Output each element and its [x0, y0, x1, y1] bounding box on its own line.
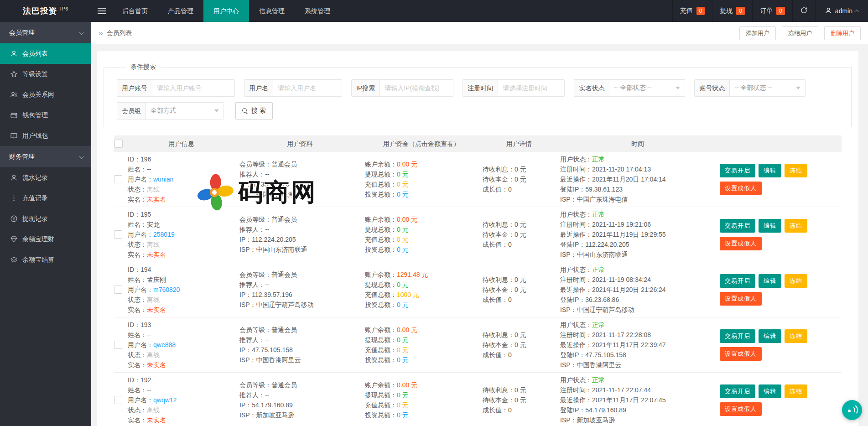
balance-amount[interactable]: 1291.48 元: [397, 271, 428, 278]
sidebar-group-member-management: 会员管理 会员列表 等级设置 会员关系网 钱包管理 用户钱包: [0, 22, 91, 146]
breadcrumb-chevrons-icon: »: [99, 29, 103, 38]
username-link[interactable]: qwe888: [153, 341, 176, 348]
set-fake-button[interactable]: 设置成假人: [720, 402, 762, 416]
sidebar-item-flow-records[interactable]: 流水记录: [0, 167, 91, 188]
user-menu[interactable]: admin: [815, 0, 868, 22]
username-link[interactable]: qwqw12: [153, 396, 177, 404]
invest-total-amount[interactable]: 0 元: [397, 191, 409, 198]
sidebar-item-yuebao-settle[interactable]: 余额宝结算: [0, 249, 91, 270]
row-checkbox[interactable]: [114, 341, 122, 349]
set-fake-button[interactable]: 设置成假人: [720, 237, 762, 250]
hamburger-icon[interactable]: [91, 0, 112, 22]
sidebar-item-user-wallet[interactable]: 用户钱包: [0, 125, 91, 146]
caret-down-icon: [676, 87, 680, 89]
recharge-total-amount[interactable]: 0 元: [397, 236, 409, 243]
pending-principal: 0 元: [515, 176, 526, 183]
sidebar-item-level-settings[interactable]: 等级设置: [0, 64, 91, 84]
nav-item-product[interactable]: 产品管理: [158, 0, 203, 22]
trade-toggle-button[interactable]: 交易开启: [720, 329, 755, 343]
username-link[interactable]: wunian: [153, 176, 173, 183]
edit-button[interactable]: 编辑: [759, 274, 781, 288]
withdraw-total-amount[interactable]: 0 元: [397, 226, 409, 233]
nav-item-home[interactable]: 后台首页: [112, 0, 158, 22]
row-checkbox[interactable]: [114, 175, 122, 183]
sidebar-item-recharge-records[interactable]: 充值记录: [0, 188, 91, 208]
sidebar-group-title-member-management[interactable]: 会员管理: [0, 22, 91, 43]
delete-user-button[interactable]: 删除用户: [824, 26, 861, 40]
filter-username-input[interactable]: [273, 80, 342, 96]
sidebar-item-withdraw-records[interactable]: 提现记录: [0, 208, 91, 229]
freeze-user-button[interactable]: 冻结用户: [782, 26, 818, 40]
freeze-button[interactable]: 冻结: [785, 274, 807, 288]
add-user-button[interactable]: 添加用户: [739, 26, 776, 40]
sidebar-group-title-finance-management[interactable]: 财务管理: [0, 146, 91, 167]
filter-realname-status-select[interactable]: -- 全部状态 --: [609, 80, 685, 96]
row-checkbox[interactable]: [114, 396, 122, 404]
balance-amount[interactable]: 0.00 元: [397, 381, 417, 389]
freeze-button[interactable]: 冻结: [785, 219, 807, 233]
trade-toggle-button[interactable]: 交易开启: [720, 219, 755, 233]
nav-stat-label: 提现: [720, 7, 733, 15]
edit-button[interactable]: 编辑: [759, 219, 781, 233]
freeze-button[interactable]: 冻结: [785, 329, 807, 343]
search-button[interactable]: 搜 索: [235, 102, 273, 119]
filter-account-status-select[interactable]: -- 全部状态 --: [730, 80, 805, 96]
brand-name: 法巴投资: [23, 5, 57, 16]
sidebar-item-yuebao-invest[interactable]: 余额宝理财: [0, 229, 91, 249]
balance-amount[interactable]: 0.00 元: [397, 216, 417, 223]
balance-amount[interactable]: 0.00 元: [397, 161, 417, 168]
edit-button[interactable]: 编辑: [759, 164, 781, 177]
nav-stat-order[interactable]: 订单 0: [752, 0, 792, 22]
invest-total-amount[interactable]: 0 元: [397, 411, 409, 419]
set-fake-button[interactable]: 设置成假人: [720, 292, 762, 306]
row-checkbox[interactable]: [114, 286, 122, 294]
user-id: 194: [140, 266, 151, 273]
refresh-button[interactable]: [792, 0, 815, 22]
set-fake-button[interactable]: 设置成假人: [720, 182, 762, 195]
row-checkbox[interactable]: [114, 230, 122, 239]
withdraw-total-amount[interactable]: 0 元: [397, 391, 409, 399]
withdraw-total-amount[interactable]: 0 元: [397, 281, 409, 288]
nav-stat-recharge[interactable]: 充值 0: [672, 0, 712, 22]
filter-ip-search-input[interactable]: [380, 80, 453, 96]
freeze-button[interactable]: 冻结: [785, 164, 807, 177]
select-all-checkbox[interactable]: [114, 140, 123, 148]
nav-item-info[interactable]: 信息管理: [249, 0, 295, 22]
edit-button[interactable]: 编辑: [759, 384, 781, 398]
nav-stat-badge: 0: [776, 7, 785, 15]
trade-toggle-button[interactable]: 交易开启: [720, 164, 755, 177]
invest-total-amount[interactable]: 0 元: [397, 356, 409, 364]
filter-row-1: 用户账号 用户名 IP搜索 注册时间 实名状态 -- 全部状态 -- 账号状态 …: [117, 79, 851, 97]
withdraw-total-amount[interactable]: 0 元: [397, 336, 409, 343]
filter-account-input[interactable]: [152, 80, 234, 96]
sidebar-item-member-network[interactable]: 会员关系网: [0, 84, 91, 105]
last-operation-time: 2021年11月20日 17:04:14: [592, 176, 666, 183]
nav-item-system[interactable]: 系统管理: [295, 0, 340, 22]
filter-member-group-select[interactable]: 全部方式: [146, 103, 223, 119]
page-actions: 添加用户冻结用户删除用户: [739, 26, 861, 40]
invest-total-amount[interactable]: 0 元: [397, 246, 409, 253]
invest-total-amount[interactable]: 0 元: [397, 301, 409, 308]
recharge-total-amount[interactable]: 0 元: [397, 401, 409, 409]
recharge-total-amount[interactable]: 1000 元: [397, 291, 419, 298]
trade-toggle-button[interactable]: 交易开启: [720, 274, 755, 288]
user-name: 孟庆刚: [147, 276, 166, 283]
freeze-button[interactable]: 冻结: [785, 384, 807, 398]
recharge-total-amount[interactable]: 0 元: [397, 346, 409, 353]
nav-stat-withdraw[interactable]: 提现 0: [712, 0, 752, 22]
sidebar-item-wallet-management[interactable]: 钱包管理: [0, 105, 91, 125]
edit-button[interactable]: 编辑: [759, 329, 781, 343]
nav-item-user-center[interactable]: 用户中心: [203, 0, 249, 22]
sidebar-item-member-list[interactable]: 会员列表: [0, 43, 91, 64]
register-time: 2021-11-17 22:28:08: [592, 331, 651, 338]
username-link[interactable]: 258019: [153, 231, 175, 238]
announcement-float-button[interactable]: [842, 400, 862, 420]
withdraw-total-amount[interactable]: 0 元: [397, 171, 409, 178]
set-fake-button[interactable]: 设置成假人: [720, 347, 762, 361]
recharge-total-amount[interactable]: 0 元: [397, 181, 409, 188]
member-level: 普通会员: [271, 381, 297, 389]
trade-toggle-button[interactable]: 交易开启: [720, 384, 755, 398]
username-link[interactable]: m760820: [153, 286, 180, 293]
filter-reg-time-input[interactable]: [498, 80, 564, 96]
balance-amount[interactable]: 0.00 元: [397, 326, 417, 333]
